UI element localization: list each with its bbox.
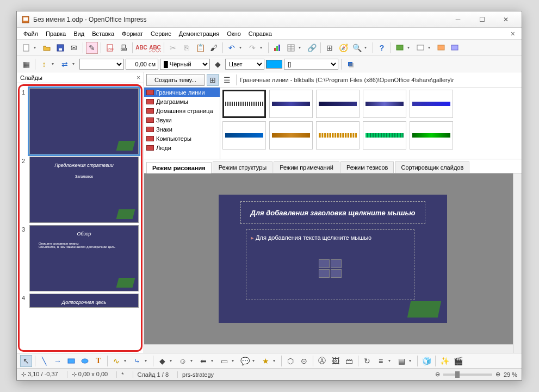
pdf-button[interactable]: PDF: [104, 42, 116, 54]
slide-thumbnail[interactable]: Предложения стратегии Заголовок: [29, 157, 139, 223]
autospell-button[interactable]: ABC: [149, 42, 161, 54]
category-item[interactable]: Компьютеры: [144, 134, 220, 143]
undo-button[interactable]: ↶: [226, 42, 238, 54]
tab-drawing[interactable]: Режим рисования: [146, 162, 212, 173]
menu-file[interactable]: Файл: [20, 29, 41, 38]
presentation-button[interactable]: [394, 42, 406, 54]
copy-button[interactable]: ⎘: [181, 42, 193, 54]
category-item[interactable]: Знаки: [144, 125, 220, 134]
area-button[interactable]: ◆: [212, 58, 224, 70]
gallery-thumb[interactable]: [316, 121, 360, 150]
slide-item[interactable]: 4 Долгосрочная цель: [22, 294, 139, 308]
new-button[interactable]: [20, 42, 32, 54]
points-tool[interactable]: ⬡: [284, 355, 296, 367]
line-color-select[interactable]: █ Чёрный: [160, 59, 210, 70]
interaction-tool[interactable]: ✨: [438, 355, 450, 367]
navigator-button[interactable]: 🧭: [337, 42, 349, 54]
zoom-out-button[interactable]: ⊖: [435, 371, 440, 378]
gallery-icons-view[interactable]: ⊞: [207, 74, 219, 86]
line-tool[interactable]: ╲: [38, 355, 50, 367]
new-dropdown[interactable]: ▾: [34, 45, 39, 50]
from-file-tool[interactable]: 🖼: [330, 355, 342, 367]
presentation-dropdown[interactable]: ▾: [407, 45, 413, 50]
vertical-scrollbar[interactable]: [513, 173, 522, 353]
ellipse-tool[interactable]: [79, 355, 91, 367]
arrow-tool[interactable]: →: [52, 355, 64, 367]
rotate-tool[interactable]: ↻: [361, 355, 373, 367]
slide-thumbnail[interactable]: [29, 88, 139, 154]
slides-panel-close[interactable]: ×: [137, 74, 140, 82]
animation-tool[interactable]: 🎬: [452, 355, 464, 367]
rectangle-tool[interactable]: [65, 355, 77, 367]
zoom-in-button[interactable]: ⊕: [495, 371, 500, 378]
arrow-style-button[interactable]: ↕: [38, 58, 50, 70]
slide-dropdown[interactable]: ▾: [428, 45, 433, 50]
slide-item[interactable]: 2 Предложения стратегии Заголовок: [22, 157, 139, 223]
align-tool[interactable]: ≡: [375, 355, 387, 367]
stars-tool[interactable]: ★: [259, 355, 271, 367]
fill-color-select[interactable]: []: [284, 59, 338, 70]
content-type-icons[interactable]: [319, 259, 342, 278]
text-tool[interactable]: T: [92, 355, 104, 367]
callout-tool[interactable]: 💬: [239, 355, 251, 367]
category-item[interactable]: Звуки: [144, 115, 220, 125]
title-placeholder[interactable]: Для добавления заголовка щелкните мышью: [240, 201, 425, 224]
category-item[interactable]: Диаграммы: [144, 97, 220, 106]
gallery-thumb[interactable]: [316, 90, 360, 118]
format-paintbrush-button[interactable]: 🖌: [208, 42, 220, 54]
slide-button[interactable]: [414, 42, 426, 54]
symbol-shapes-tool[interactable]: ☺: [177, 355, 189, 367]
menu-format[interactable]: Формат: [119, 29, 146, 38]
block-arrows-tool[interactable]: ⬅: [197, 355, 209, 367]
select-tool[interactable]: ↖: [20, 355, 32, 367]
close-button[interactable]: ✕: [494, 14, 517, 26]
cut-button[interactable]: ✂: [167, 42, 179, 54]
line-width-input[interactable]: [126, 59, 158, 70]
gallery-thumb[interactable]: [222, 90, 266, 118]
slide-canvas-area[interactable]: Для добавления заголовка щелкните мышью …: [144, 173, 522, 353]
tab-outline[interactable]: Режим структуры: [213, 161, 273, 173]
open-button[interactable]: [41, 42, 53, 54]
new-theme-button[interactable]: Создать тему...: [146, 74, 205, 86]
close-doc-button[interactable]: ×: [507, 29, 518, 38]
category-item[interactable]: Люди: [144, 143, 220, 152]
zoom-slider[interactable]: [443, 374, 492, 376]
tab-sorter[interactable]: Сортировщик слайдов: [395, 161, 469, 173]
redo-button[interactable]: ↷: [246, 42, 258, 54]
horizontal-scrollbar[interactable]: [144, 344, 513, 353]
slide-thumbnail[interactable]: Обзор Опишите основные планы Объясните, …: [29, 225, 139, 291]
zoom-dropdown[interactable]: ▾: [364, 45, 370, 50]
gallery-thumb[interactable]: [222, 121, 266, 150]
edit-button[interactable]: ✎: [86, 42, 98, 54]
table-dropdown[interactable]: ▾: [299, 45, 304, 50]
maximize-button[interactable]: ☐: [470, 14, 493, 26]
email-button[interactable]: ✉: [68, 42, 80, 54]
gallery-thumb[interactable]: [410, 90, 453, 118]
fill-type-select[interactable]: Цвет: [225, 59, 264, 70]
menu-view[interactable]: Вид: [70, 29, 88, 38]
line-style-select[interactable]: [79, 59, 124, 70]
line-end-button[interactable]: ⇄: [59, 58, 71, 70]
chart-button[interactable]: [271, 42, 283, 54]
slide-item[interactable]: 1: [22, 88, 139, 154]
menu-help[interactable]: Справка: [245, 29, 275, 38]
menu-edit[interactable]: Правка: [42, 29, 69, 38]
gallery-thumb[interactable]: [269, 90, 313, 118]
arrow-style-dropdown[interactable]: ▾: [52, 61, 57, 66]
curve-tool[interactable]: ∿: [110, 355, 122, 367]
fontwork-tool[interactable]: Ⓐ: [316, 355, 328, 367]
glue-tool[interactable]: ⊙: [298, 355, 310, 367]
slide-design-button[interactable]: [435, 42, 447, 54]
connector-tool[interactable]: ⤷: [131, 355, 143, 367]
print-button[interactable]: 🖶: [117, 42, 129, 54]
slide-item[interactable]: 3 Обзор Опишите основные планы Объясните…: [22, 225, 139, 291]
basic-shapes-tool[interactable]: ◆: [156, 355, 168, 367]
shadow-button[interactable]: [344, 58, 356, 70]
gallery-thumb[interactable]: [363, 121, 406, 150]
fill-color-swatch[interactable]: [266, 60, 282, 69]
line-end-dropdown[interactable]: ▾: [72, 61, 78, 66]
gallery-list-view[interactable]: ☰: [221, 74, 233, 86]
content-placeholder[interactable]: ▸ Для добавления текста щелкните мышью: [246, 229, 414, 300]
gallery-thumb[interactable]: [269, 121, 313, 150]
category-item[interactable]: Граничные линии: [144, 88, 220, 97]
